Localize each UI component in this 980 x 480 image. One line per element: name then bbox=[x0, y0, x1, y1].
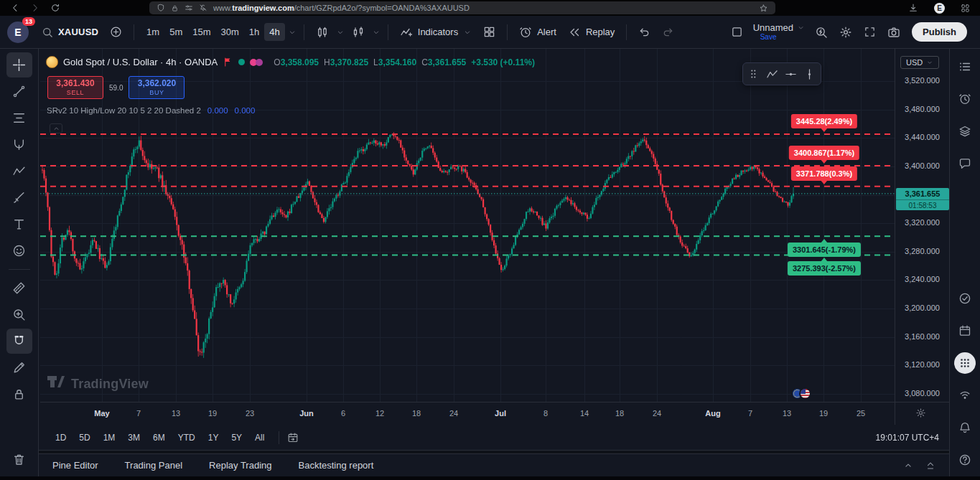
stream-status-icon[interactable] bbox=[250, 59, 263, 66]
server-clock[interactable]: 19:01:07 UTC+4 bbox=[876, 433, 939, 443]
timeframe-4h-button[interactable]: 4h bbox=[264, 23, 284, 41]
timeframe-1h-button[interactable]: 1h bbox=[244, 23, 264, 41]
magnet-icon[interactable] bbox=[6, 329, 32, 354]
range-ytd-button[interactable]: YTD bbox=[172, 430, 202, 446]
vertical-line-icon[interactable] bbox=[803, 68, 816, 80]
bar-pattern-button[interactable] bbox=[347, 22, 369, 43]
snapshot-button[interactable] bbox=[883, 22, 905, 43]
ruler-icon[interactable] bbox=[6, 276, 32, 301]
ideas-icon[interactable] bbox=[954, 288, 976, 309]
user-avatar[interactable]: E13 bbox=[7, 22, 29, 43]
lock-all-drawings-icon[interactable] bbox=[6, 382, 32, 407]
replay-button[interactable]: Replay bbox=[564, 22, 619, 43]
add-symbol-button[interactable] bbox=[106, 22, 126, 42]
alert-button[interactable]: Alert bbox=[515, 22, 561, 43]
xabcd-pattern-icon[interactable] bbox=[6, 159, 32, 184]
browser-refresh-button[interactable] bbox=[50, 3, 60, 13]
address-bar[interactable]: www.tradingview.com/chart/GZRpdA2o/?symb… bbox=[149, 1, 775, 14]
range-5y-button[interactable]: 5Y bbox=[225, 430, 248, 446]
indicators-button[interactable]: Indicators bbox=[396, 22, 476, 43]
undo-button[interactable] bbox=[634, 22, 655, 42]
horizontal-line-icon[interactable] bbox=[785, 68, 797, 80]
layout-name-menu[interactable]: Unnamed Save bbox=[753, 23, 805, 41]
settings-button[interactable] bbox=[835, 22, 857, 43]
resistance-level-label[interactable]: 3400.867(1.17%) bbox=[789, 146, 859, 160]
maximize-panel-icon[interactable] bbox=[925, 461, 935, 471]
shield-icon[interactable] bbox=[157, 4, 165, 12]
streams-icon[interactable] bbox=[954, 385, 976, 406]
tab-pine-editor[interactable]: Pine Editor bbox=[52, 460, 98, 471]
chat-icon[interactable] bbox=[954, 153, 976, 174]
quick-search-button[interactable] bbox=[811, 22, 832, 43]
alerts-icon[interactable] bbox=[954, 88, 976, 110]
chart-style-button[interactable] bbox=[312, 22, 333, 43]
range-1y-button[interactable]: 1Y bbox=[202, 430, 225, 446]
extensions-icon[interactable] bbox=[961, 4, 970, 13]
indicator-legend[interactable]: SRv2 10 High/Low 20 10 5 2 20 Dashed 2 0… bbox=[47, 106, 255, 115]
currency-selector[interactable]: USD bbox=[900, 56, 939, 69]
browser-back-button[interactable] bbox=[10, 3, 20, 13]
publish-button[interactable]: Publish bbox=[912, 22, 967, 42]
help-icon[interactable] bbox=[954, 449, 976, 471]
resistance-level-label[interactable]: 3445.28(2.49%) bbox=[791, 114, 857, 128]
save-layout-link[interactable]: Save bbox=[760, 34, 777, 42]
timeframe-30m-button[interactable]: 30m bbox=[216, 23, 244, 41]
chart-area[interactable]: Gold Spot / U.S. Dollar · 4h · OANDA O3,… bbox=[40, 49, 895, 402]
crosshair-icon[interactable] bbox=[6, 52, 32, 77]
support-level-label[interactable]: 3301.645(-1.79%) bbox=[788, 243, 861, 257]
timeframe-15m-button[interactable]: 15m bbox=[187, 23, 215, 41]
support-level-label[interactable]: 3275.393(-2.57%) bbox=[788, 261, 861, 276]
tab-backtesting-report[interactable]: Backtesting report bbox=[299, 460, 374, 471]
notifications-icon[interactable] bbox=[954, 417, 976, 438]
timeframe-menu-caret[interactable] bbox=[288, 28, 297, 37]
timeframe-1m-button[interactable]: 1m bbox=[141, 23, 164, 41]
range-all-button[interactable]: All bbox=[248, 430, 271, 446]
tab-trading-panel[interactable]: Trading Panel bbox=[125, 460, 182, 471]
flag-icon[interactable] bbox=[223, 57, 233, 67]
timeframe-5m-button[interactable]: 5m bbox=[164, 23, 187, 41]
bar-pattern-caret[interactable] bbox=[372, 28, 381, 37]
economic-calendar-markers[interactable] bbox=[791, 387, 811, 400]
range-1d-button[interactable]: 1D bbox=[49, 430, 73, 446]
fib-retracement-icon[interactable] bbox=[6, 105, 32, 131]
symbol-title[interactable]: Gold Spot / U.S. Dollar · 4h · OANDA bbox=[63, 57, 218, 67]
browser-profile-badge[interactable]: E bbox=[934, 3, 945, 14]
remove-drawings-icon[interactable] bbox=[6, 447, 32, 472]
layout-select-button[interactable] bbox=[727, 22, 747, 42]
bookmark-star-icon[interactable] bbox=[759, 4, 768, 13]
symbol-search-button[interactable]: XAUUSD bbox=[37, 22, 103, 42]
brush-icon[interactable] bbox=[6, 185, 32, 210]
indicator-templates-button[interactable] bbox=[479, 22, 500, 42]
range-1m-button[interactable]: 1M bbox=[97, 430, 122, 446]
browser-forward-button[interactable] bbox=[30, 3, 40, 13]
zoom-in-icon[interactable] bbox=[6, 302, 32, 327]
notifications-blocked-icon[interactable] bbox=[199, 4, 207, 12]
calendar-icon[interactable] bbox=[954, 320, 976, 342]
redo-button[interactable] bbox=[658, 22, 678, 42]
open-panel-icon[interactable] bbox=[903, 461, 913, 471]
buy-button[interactable]: 3,362.020 BUY bbox=[129, 76, 185, 99]
range-5d-button[interactable]: 5D bbox=[73, 430, 96, 446]
pitchfork-icon[interactable] bbox=[6, 132, 32, 157]
axis-settings-gear-icon[interactable] bbox=[915, 408, 926, 418]
goto-date-icon[interactable] bbox=[287, 432, 299, 443]
resistance-level-label[interactable]: 3371.788(0.3%) bbox=[791, 166, 857, 181]
sell-button[interactable]: 3,361.430 SELL bbox=[47, 76, 103, 99]
date-axis[interactable]: May7131923Jun6121824Jul8141824Aug7131925 bbox=[40, 402, 895, 425]
text-icon[interactable] bbox=[6, 212, 32, 237]
draw-icon[interactable] bbox=[6, 355, 32, 380]
range-3m-button[interactable]: 3M bbox=[121, 430, 146, 446]
watchlist-icon[interactable] bbox=[954, 56, 976, 77]
download-icon[interactable] bbox=[908, 3, 918, 13]
range-6m-button[interactable]: 6M bbox=[146, 430, 172, 446]
chart-style-caret[interactable] bbox=[336, 28, 345, 37]
site-settings-icon[interactable] bbox=[185, 4, 193, 12]
hotlists-icon[interactable] bbox=[954, 121, 976, 142]
fullscreen-button[interactable] bbox=[859, 22, 880, 42]
candlestick-chart[interactable] bbox=[40, 49, 895, 402]
tab-replay-trading[interactable]: Replay Trading bbox=[209, 460, 271, 471]
legend-collapse-button[interactable] bbox=[50, 123, 62, 133]
trend-line-icon[interactable] bbox=[6, 79, 32, 104]
bars-pattern-icon[interactable] bbox=[766, 68, 778, 80]
drag-handle-icon[interactable] bbox=[748, 68, 760, 80]
